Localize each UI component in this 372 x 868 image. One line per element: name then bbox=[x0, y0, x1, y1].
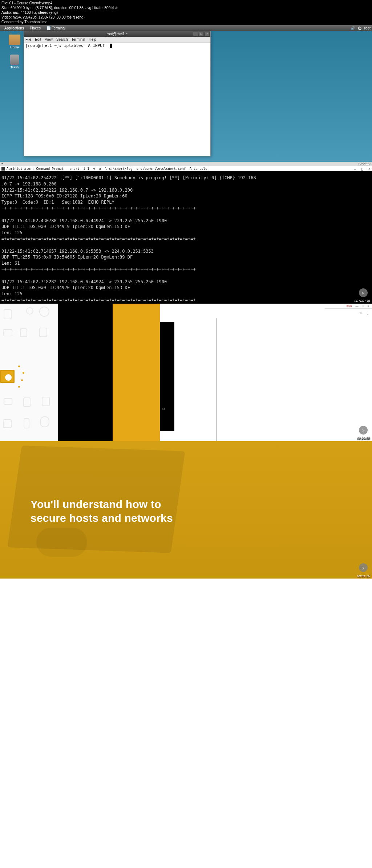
close-button[interactable]: × bbox=[205, 32, 210, 36]
play-button[interactable]: ▷ bbox=[359, 563, 368, 572]
black-panel-1 bbox=[58, 304, 113, 441]
cmd-icon bbox=[1, 167, 5, 171]
timestamp-label: 00:01:16 bbox=[357, 574, 370, 578]
terminal-titlebar[interactable]: root@rhel1:~ _ □ × bbox=[24, 31, 210, 37]
minimize-icon[interactable]: — bbox=[355, 304, 358, 308]
cmd-titlebar[interactable]: Administrator: Command Prompt - snort -i… bbox=[0, 166, 372, 171]
video-metadata-header: File: 01 - Course Overview.mp4 Size: 604… bbox=[0, 0, 372, 25]
hands-shape bbox=[36, 528, 87, 557]
metadata-video: Video: h264, yuv420p, 1280x720, 30.00 fp… bbox=[1, 15, 371, 20]
home-desktop-icon[interactable]: Home bbox=[5, 35, 24, 49]
menu-dots-icon[interactable]: ⋮ bbox=[365, 311, 369, 315]
snippet-text: nf bbox=[162, 408, 165, 411]
doc-edge bbox=[216, 318, 217, 441]
metadata-generator: Generated by Thumbnail me bbox=[1, 20, 371, 24]
cmd-output[interactable]: 01/22-15:41:02.254222 [**] [1:10000001:1… bbox=[0, 171, 372, 307]
metadata-size: Size: 6049040 bytes (5.77 MiB), duration… bbox=[1, 5, 371, 10]
applications-menu[interactable]: Applications bbox=[1, 26, 27, 30]
thumbnail-1: Applications Places 📄 Terminal 🔊 ⏻ root … bbox=[0, 25, 372, 166]
gnome-top-panel[interactable]: Applications Places 📄 Terminal 🔊 ⏻ root bbox=[0, 25, 372, 31]
browser-chrome-hint: Dem — □ × bbox=[325, 304, 372, 309]
terminal-menu[interactable]: Terminal bbox=[72, 37, 85, 41]
desktop-area[interactable]: Home Trash root@rhel1:~ _ □ × File Edit … bbox=[0, 31, 372, 162]
metadata-file: File: 01 - Course Overview.mp4 bbox=[1, 1, 371, 5]
star-icon[interactable]: ☆ bbox=[359, 311, 363, 315]
thumbnail-2: Administrator: Command Prompt - snort -i… bbox=[0, 166, 372, 304]
trash-desktop-icon[interactable]: Trash bbox=[5, 55, 24, 69]
search-menu[interactable]: Search bbox=[56, 37, 68, 41]
play-button[interactable]: ▷ bbox=[359, 426, 368, 435]
horizontal-scrollbar[interactable] bbox=[0, 162, 372, 166]
terminal-window[interactable]: root@rhel1:~ _ □ × File Edit View Search… bbox=[24, 31, 211, 156]
play-button[interactable]: ▷ bbox=[359, 288, 368, 297]
metadata-audio: Audio: aac, 44100 Hz, stereo (eng) bbox=[1, 10, 371, 15]
timestamp-label: 00:00:58 bbox=[357, 437, 370, 440]
edit-menu[interactable]: Edit bbox=[35, 37, 41, 41]
icon-pattern-background bbox=[0, 304, 58, 441]
thumbnail-3: nf Dem — □ × ☆ ⋮ ▷ 00:00:58 bbox=[0, 304, 372, 441]
terminal-content[interactable]: [root@rhel1 ~]# iptables -A INPUT - bbox=[24, 43, 210, 156]
yellow-panel bbox=[113, 304, 160, 441]
user-menu[interactable]: root bbox=[364, 26, 371, 30]
close-button[interactable]: × bbox=[368, 167, 371, 171]
trash-icon bbox=[10, 55, 19, 65]
maximize-button[interactable]: □ bbox=[199, 32, 204, 36]
cpu-chip-icon bbox=[0, 362, 29, 391]
folder-icon bbox=[9, 35, 20, 45]
terminal-taskbar-item[interactable]: 📄 Terminal bbox=[44, 26, 68, 30]
cursor-icon bbox=[110, 44, 112, 48]
empty-area bbox=[0, 579, 372, 868]
minimize-button[interactable]: _ bbox=[193, 32, 198, 36]
volume-icon[interactable]: 🔊 bbox=[351, 26, 355, 30]
timestamp-label: 00:00:38 bbox=[354, 299, 370, 303]
maximize-button[interactable]: □ bbox=[361, 167, 363, 171]
thumbnail-4: You'll understand how to secure hosts an… bbox=[0, 441, 372, 579]
close-icon[interactable]: × bbox=[367, 304, 369, 308]
terminal-menubar: File Edit View Search Terminal Help bbox=[24, 37, 210, 43]
minimize-button[interactable]: — bbox=[354, 167, 356, 171]
file-menu[interactable]: File bbox=[25, 37, 31, 41]
timestamp-label: 00:00:20 bbox=[357, 162, 370, 165]
maximize-icon[interactable]: □ bbox=[362, 304, 364, 308]
view-menu[interactable]: View bbox=[45, 37, 53, 41]
black-panel-2 bbox=[160, 322, 174, 431]
power-icon[interactable]: ⏻ bbox=[358, 26, 361, 30]
slide-headline: You'll understand how to secure hosts an… bbox=[31, 497, 173, 525]
help-menu[interactable]: Help bbox=[89, 37, 96, 41]
places-menu[interactable]: Places bbox=[27, 26, 44, 30]
